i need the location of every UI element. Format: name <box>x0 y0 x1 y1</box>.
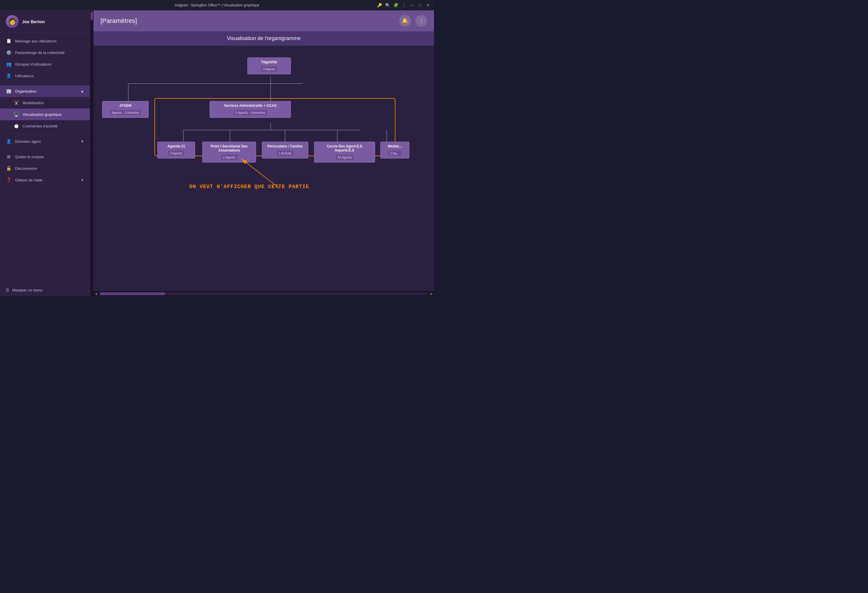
topbar: [Paramètres] 🔔 ⋮ <box>93 10 434 31</box>
puzzle-icon[interactable]: 🧩 <box>393 3 398 7</box>
node-agenda21[interactable]: Agenda 21 3 Agents <box>157 142 195 158</box>
sidebar-item-groupes[interactable]: 👥 Groupes d'utilisateurs <box>0 58 90 70</box>
hide-menu-icon: ☰ <box>6 288 9 292</box>
titlebar-title: malgven - SpringBox Office™ | Visualisat… <box>3 3 431 7</box>
annotation-arrow <box>99 52 434 226</box>
page-header: Visualisation de l'organigramme <box>93 31 434 46</box>
sidebar-item-visualisation[interactable]: 🖥️ Visualisation graphique <box>0 109 90 120</box>
visualisation-icon: 🖥️ <box>13 112 19 117</box>
chevron-up-icon: ▲ <box>81 89 84 93</box>
scroll-left-button[interactable]: ◀ <box>93 292 98 296</box>
sidebar-item-visualisation-label: Visualisation graphique <box>23 112 62 117</box>
sidebar-item-modelisation-label: Modélisation <box>23 101 44 105</box>
horizontal-scroll-track[interactable] <box>100 292 428 295</box>
nav-divider-3 <box>0 149 90 149</box>
chevron-down-icon: ▼ <box>81 140 84 143</box>
page-header-title: Visualisation de l'organigramme <box>227 35 300 41</box>
sidebar-item-contraintes-label: Contraintes d'activité <box>23 124 58 128</box>
node-mediat[interactable]: Médiat... 2 Ag... <box>380 142 409 158</box>
maximize-icon[interactable]: □ <box>418 3 422 7</box>
sidebar-nav: 📋 Message aux utilisateurs ⚙️ Paramétrag… <box>0 33 90 283</box>
node-services-admin-sub: 5 Agents - 4 Activités <box>234 110 267 115</box>
node-agenda21-title: Agenda 21 <box>161 144 191 148</box>
sidebar: 🧑 Joe Berton 📋 Message aux utilisateurs … <box>0 10 90 296</box>
sidebar-item-messages[interactable]: 📋 Message aux utilisateurs <box>0 35 90 47</box>
node-periscolaire[interactable]: Périscolaire / Cantine 1 Activité <box>262 142 308 158</box>
node-point-secretariat-title: Point I Secrétariat Des Associations <box>206 144 252 152</box>
sidebar-item-deconnexion[interactable]: 🔓 Déconnexion <box>0 162 90 174</box>
user-icon: 👤 <box>6 73 12 78</box>
more-icon: ⋮ <box>419 18 424 24</box>
sidebar-footer-label: Masquer ce menu <box>12 288 42 292</box>
sidebar-item-aide-label: Obtenir de l'aide <box>15 178 42 182</box>
node-services-admin-title: Services Administratifs + CCAS <box>213 103 287 108</box>
node-point-secretariat[interactable]: Point I Secrétariat Des Associations 2 A… <box>202 142 256 162</box>
deconnexion-icon: 🔓 <box>6 166 12 171</box>
organisation-icon: 🏢 <box>6 89 12 94</box>
bell-icon: 🔔 <box>402 18 408 24</box>
more-vertical-icon[interactable]: ⋮ <box>402 3 406 7</box>
sidebar-item-quitter[interactable]: ⊞ Quitter le module <box>0 151 90 162</box>
donnees-icon: 👤 <box>6 139 12 144</box>
sidebar-username: Joe Berton <box>22 19 45 24</box>
zoom-icon[interactable]: 🔍 <box>385 3 390 7</box>
node-tegiaville-title: TégiaVille <box>251 60 287 64</box>
orgchart-area[interactable]: TégiaVille 3 Agents ATSEM Agents - 2 Act… <box>93 46 434 291</box>
node-cercle-title: Cercle Des Agent.E.S Importé.E.S <box>318 144 371 152</box>
key-icon[interactable]: 🔑 <box>377 3 382 7</box>
node-cercle-sub: 42 Agents <box>336 155 354 160</box>
sidebar-item-organisation[interactable]: 🏢 Organisation ▲ <box>0 86 90 97</box>
sidebar-item-messages-label: Message aux utilisateurs <box>15 39 57 43</box>
gear-icon: ⚙️ <box>6 50 12 55</box>
sidebar-item-groupes-label: Groupes d'utilisateurs <box>15 62 52 66</box>
node-atsem[interactable]: ATSEM Agents - 2 Activités <box>102 101 149 118</box>
sidebar-header: 🧑 Joe Berton <box>0 10 90 33</box>
sidebar-item-parametrage-label: Paramétrage de la collectivité <box>15 50 65 55</box>
sidebar-item-quitter-label: Quitter le module <box>15 155 44 159</box>
modelisation-icon: ✂️ <box>13 100 19 105</box>
bottom-bar: ◀ ▶ <box>93 291 434 296</box>
node-tegiaville-sub: 3 Agents <box>261 66 277 72</box>
minimize-icon[interactable]: ─ <box>410 3 414 7</box>
titlebar-controls: 🔑 🔍 🧩 ⋮ ─ □ ✕ <box>377 3 431 7</box>
node-mediat-sub: 2 Ag... <box>388 150 401 156</box>
vertical-scroll-thumb[interactable] <box>91 12 93 20</box>
sidebar-item-utilisateurs-label: Utilisateurs <box>15 74 34 78</box>
node-periscolaire-sub: 1 Activité <box>277 150 293 156</box>
more-button[interactable]: ⋮ <box>415 15 427 27</box>
node-services-admin[interactable]: Services Administratifs + CCAS 5 Agents … <box>210 101 291 118</box>
sidebar-item-organisation-label: Organisation <box>15 89 37 93</box>
app-layout: 🧑 Joe Berton 📋 Message aux utilisateurs … <box>0 10 434 296</box>
node-cercle[interactable]: Cercle Des Agent.E.S Importé.E.S 42 Agen… <box>314 142 375 162</box>
node-tegiaville[interactable]: TégiaVille 3 Agents <box>247 58 291 74</box>
group-users-icon: 👥 <box>6 62 12 67</box>
sidebar-item-utilisateurs[interactable]: 👤 Utilisateurs <box>0 70 90 81</box>
aide-chevron-icon: ▼ <box>81 178 84 182</box>
node-atsem-title: ATSEM <box>106 103 145 108</box>
node-atsem-sub: Agents - 2 Activités <box>110 110 141 115</box>
annotation-text: ON VEUT N'AFFICHER QUE CETTE PARTIE <box>189 184 309 190</box>
horizontal-scroll-thumb[interactable] <box>100 292 165 295</box>
avatar: 🧑 <box>6 15 19 28</box>
sidebar-item-contraintes[interactable]: ⏱️ Contraintes d'activité <box>0 120 90 132</box>
sidebar-item-donnees[interactable]: 👤 Données agent ▼ <box>0 136 90 147</box>
quitter-icon: ⊞ <box>6 154 12 159</box>
sidebar-item-aide[interactable]: ❓ Obtenir de l'aide ▼ <box>0 174 90 186</box>
node-point-secretariat-sub: 2 Agents <box>221 155 237 160</box>
topbar-title: [Paramètres] <box>100 17 394 25</box>
node-agenda21-sub: 3 Agents <box>168 150 185 156</box>
scroll-right-button[interactable]: ▶ <box>429 292 434 296</box>
contraintes-icon: ⏱️ <box>13 123 19 128</box>
org-connectors <box>99 52 434 226</box>
node-mediat-title: Médiat... <box>384 144 406 148</box>
sidebar-footer[interactable]: ☰ Masquer ce menu <box>0 283 90 296</box>
vertical-scrollbar[interactable] <box>90 10 93 296</box>
sidebar-item-deconnexion-label: Déconnexion <box>15 166 37 171</box>
main-content: [Paramètres] 🔔 ⋮ Visualisation de l'orga… <box>93 10 434 296</box>
close-icon[interactable]: ✕ <box>426 3 431 7</box>
node-periscolaire-title: Périscolaire / Cantine <box>266 144 304 148</box>
bell-button[interactable]: 🔔 <box>399 15 411 27</box>
sidebar-item-parametrage[interactable]: ⚙️ Paramétrage de la collectivité <box>0 47 90 58</box>
sidebar-item-donnees-label: Données agent <box>15 139 41 144</box>
sidebar-item-modelisation[interactable]: ✂️ Modélisation <box>0 97 90 109</box>
